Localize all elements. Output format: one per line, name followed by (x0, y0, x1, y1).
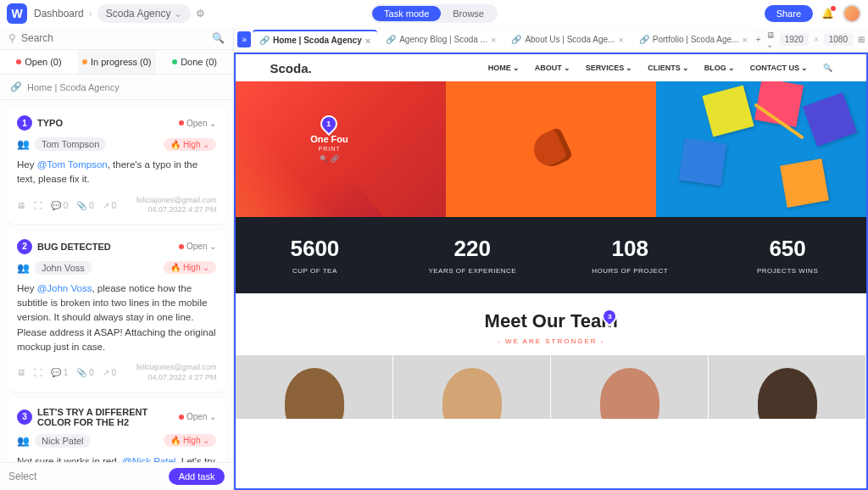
team-title: Meet Our Team (236, 310, 866, 332)
close-icon[interactable]: × (491, 35, 496, 45)
team-member (393, 355, 551, 419)
priority-chip[interactable]: 🔥High⌄ (164, 261, 217, 274)
task-card[interactable]: 3 LET'S TRY A DIFFERENT COLOR FOR THE H2… (7, 398, 226, 463)
sidebar: ⚲ 🔍 Open (0) In progress (0) Done (0) 🔗 … (0, 27, 234, 490)
menu-item[interactable]: HOME ⌄ (488, 64, 520, 72)
filter-icon[interactable]: ⚲ (8, 32, 16, 44)
comment-icon[interactable]: 💬 0 (51, 201, 68, 210)
task-meta: feliciajones@gmail.com04.07.2022 4:27 PM (136, 363, 217, 382)
task-title: TYPO (37, 118, 174, 128)
attachment-icon[interactable]: 📎 0 (76, 368, 93, 377)
assignee-chip[interactable]: Nick Patel (35, 434, 91, 448)
page-reference[interactable]: 🔗 Home | Scoda Agency (0, 75, 233, 100)
task-status[interactable]: Open⌄ (179, 242, 216, 251)
stat: 5600CUP OF TEA (236, 236, 393, 275)
annotation-pin-1[interactable]: 1 (317, 112, 341, 136)
tab-open[interactable]: Open (0) (0, 50, 78, 74)
select-button[interactable]: Select (8, 471, 36, 482)
mention[interactable]: @John Voss (37, 283, 92, 293)
bell-icon[interactable]: 🔔 (821, 8, 834, 19)
height-input[interactable]: 1080 (824, 33, 853, 46)
mention[interactable]: @Nick Patel (122, 456, 175, 463)
priority-chip[interactable]: 🔥High⌄ (164, 138, 217, 151)
site-menu: HOME ⌄ ABOUT ⌄ SERVICES ⌄ CLIENTS ⌄ BLOG… (488, 64, 832, 72)
hero-panel-mid (446, 81, 656, 217)
site-nav: Scoda. HOME ⌄ ABOUT ⌄ SERVICES ⌄ CLIENTS… (236, 54, 866, 81)
pin-label: One Fou PRINT 🔍 🔗 (299, 134, 359, 163)
preview-tab[interactable]: 🔗Home | Scoda Agency× (253, 30, 377, 50)
flame-icon: 🔥 (170, 140, 181, 149)
task-title: BUG DETECTED (37, 242, 174, 252)
screen-icon[interactable]: 🖥 (17, 368, 25, 377)
menu-item[interactable]: SERVICES ⌄ (586, 64, 632, 72)
device-icon[interactable]: 🖥 ⌄ (766, 31, 775, 49)
menu-item[interactable]: CONTACT US ⌄ (750, 64, 808, 72)
gear-icon[interactable]: ⚙ (196, 8, 205, 19)
task-mode-button[interactable]: Task mode (372, 6, 441, 21)
search-icon[interactable]: 🔍 (212, 32, 225, 44)
share-icon[interactable]: ↗ 0 (103, 368, 116, 377)
stat: 108HOURS OF PROJECT (551, 236, 709, 275)
close-icon[interactable]: × (365, 36, 370, 46)
website-preview[interactable]: Scoda. HOME ⌄ ABOUT ⌄ SERVICES ⌄ CLIENTS… (234, 53, 868, 490)
screen-icon[interactable]: 🖥 (17, 201, 25, 210)
team-member (236, 355, 393, 419)
app-logo[interactable]: W (7, 3, 27, 24)
mode-toggle: Task mode Browse (370, 4, 498, 23)
tab-in-progress[interactable]: In progress (0) (78, 50, 156, 74)
user-avatar[interactable] (843, 4, 861, 23)
link-icon: 🔗 (10, 81, 22, 92)
assignee-chip[interactable]: John Voss (35, 261, 92, 275)
hero-panel-left: 1 One Fou PRINT 🔍 🔗 (236, 81, 446, 217)
browse-button[interactable]: Browse (441, 6, 496, 21)
stat: 650PROJECTS WINS (709, 236, 866, 275)
search-input[interactable] (21, 32, 207, 44)
menu-item[interactable]: CLIENTS ⌄ (648, 64, 689, 72)
add-tab-button[interactable]: + (756, 35, 761, 44)
collapse-sidebar-button[interactable]: » (237, 31, 251, 47)
tab-done[interactable]: Done (0) (156, 50, 234, 74)
topbar: W Dashboard › Scoda Agency ⌄ ⚙ Task mode… (0, 0, 868, 27)
close-icon[interactable]: × (618, 35, 623, 45)
preview-tab[interactable]: 🔗Portfolio | Scoda Age...× (632, 31, 754, 49)
mention[interactable]: @Tom Tompson (37, 159, 108, 170)
menu-item[interactable]: BLOG ⌄ (704, 64, 735, 72)
crop-icon[interactable]: ⛶ (34, 368, 42, 377)
task-number: 1 (17, 115, 32, 131)
chevron-down-icon: ⌄ (174, 8, 182, 19)
breadcrumb-dashboard[interactable]: Dashboard (34, 8, 84, 19)
menu-item[interactable]: ABOUT ⌄ (535, 64, 570, 72)
task-list: 1 TYPO Open⌄ 👥 Tom Tompson 🔥High⌄ Hey @T… (0, 100, 233, 462)
preview-tab[interactable]: 🔗About Us | Scoda Age...× (504, 31, 630, 49)
preview-tab[interactable]: 🔗Agency Blog | Scoda ...× (379, 31, 503, 49)
task-card[interactable]: 1 TYPO Open⌄ 👥 Tom Tompson 🔥High⌄ Hey @T… (7, 107, 226, 224)
task-title: LET'S TRY A DIFFERENT COLOR FOR THE H2 (37, 407, 174, 427)
task-status[interactable]: Open⌄ (179, 119, 216, 128)
close-icon[interactable]: × (742, 35, 747, 45)
add-task-button[interactable]: Add task (169, 468, 225, 485)
hero-panel-right (656, 81, 866, 217)
assignee-chip[interactable]: Tom Tompson (35, 137, 106, 151)
sidebar-bottombar: Select Add task (0, 462, 233, 490)
crop-icon[interactable]: ⛶ (34, 201, 42, 210)
width-input[interactable]: 1920 (780, 33, 809, 46)
stat: 220YEARS OF EXPERIENCE (393, 236, 551, 275)
task-body: Not sure it works in red, @Nick Patel. L… (17, 454, 216, 463)
share-icon[interactable]: ↗ 0 (103, 201, 116, 210)
task-status[interactable]: Open⌄ (179, 412, 216, 421)
task-card[interactable]: 2 BUG DETECTED Open⌄ 👥 John Voss 🔥High⌄ … (7, 231, 226, 392)
hero: 1 One Fou PRINT 🔍 🔗 (236, 81, 866, 217)
project-select[interactable]: Scoda Agency ⌄ (97, 4, 192, 23)
task-number: 2 (17, 239, 32, 254)
flame-icon: 🔥 (170, 436, 181, 445)
priority-chip[interactable]: 🔥High⌄ (164, 434, 217, 447)
share-button[interactable]: Share (765, 5, 813, 22)
task-body: Hey @John Voss, please notice how the su… (17, 281, 216, 354)
comment-icon[interactable]: 💬 1 (51, 368, 68, 377)
search-icon[interactable]: 🔍 (823, 64, 832, 72)
layout-icon[interactable]: ⊞ (858, 35, 865, 44)
task-body: Hey @Tom Tompson, there's a typo in the … (17, 158, 216, 187)
megaphone-icon (529, 126, 574, 171)
attachment-icon[interactable]: 📎 0 (76, 201, 93, 210)
team-member (551, 355, 709, 419)
